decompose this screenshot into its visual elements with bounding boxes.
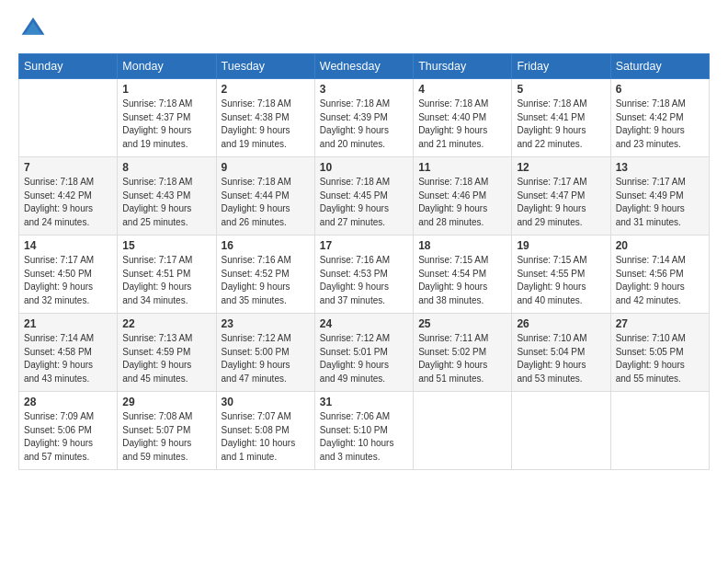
cell-content: Sunrise: 7:17 AM Sunset: 4:47 PM Dayligh… [517, 176, 605, 229]
cell-content: Sunrise: 7:18 AM Sunset: 4:44 PM Dayligh… [222, 176, 310, 229]
weekday-header: Wednesday [314, 54, 413, 79]
cell-content: Sunrise: 7:14 AM Sunset: 4:58 PM Dayligh… [24, 332, 112, 385]
day-number: 22 [122, 317, 210, 330]
calendar-cell: 19Sunrise: 7:15 AM Sunset: 4:55 PM Dayli… [512, 236, 610, 314]
cell-content: Sunrise: 7:18 AM Sunset: 4:46 PM Dayligh… [418, 176, 506, 229]
cell-content: Sunrise: 7:14 AM Sunset: 4:56 PM Dayligh… [616, 254, 704, 307]
calendar-cell: 17Sunrise: 7:16 AM Sunset: 4:53 PM Dayli… [314, 236, 413, 314]
page: SundayMondayTuesdayWednesdayThursdayFrid… [0, 0, 728, 479]
calendar-cell: 2Sunrise: 7:18 AM Sunset: 4:38 PM Daylig… [216, 79, 314, 157]
day-number: 31 [320, 396, 408, 408]
day-number: 18 [418, 239, 506, 252]
day-number: 27 [616, 317, 704, 330]
calendar-header-row: SundayMondayTuesdayWednesdayThursdayFrid… [19, 54, 710, 79]
weekday-header: Saturday [610, 54, 709, 79]
day-number: 28 [24, 396, 112, 408]
cell-content: Sunrise: 7:18 AM Sunset: 4:40 PM Dayligh… [418, 98, 506, 151]
day-number: 8 [122, 161, 210, 174]
day-number: 14 [24, 239, 112, 252]
weekday-header: Friday [512, 54, 610, 79]
calendar-week-row: 1Sunrise: 7:18 AM Sunset: 4:37 PM Daylig… [19, 79, 710, 157]
day-number: 7 [24, 161, 112, 174]
calendar-cell: 29Sunrise: 7:08 AM Sunset: 5:07 PM Dayli… [118, 392, 216, 470]
cell-content: Sunrise: 7:15 AM Sunset: 4:55 PM Dayligh… [517, 254, 605, 307]
calendar-table: SundayMondayTuesdayWednesdayThursdayFrid… [18, 53, 710, 470]
day-number: 16 [222, 239, 310, 252]
logo-icon [20, 15, 46, 40]
cell-content: Sunrise: 7:11 AM Sunset: 5:02 PM Dayligh… [418, 332, 506, 385]
calendar-cell: 8Sunrise: 7:18 AM Sunset: 4:43 PM Daylig… [118, 157, 216, 236]
logo [18, 15, 50, 44]
weekday-header: Tuesday [216, 54, 314, 79]
calendar-cell: 23Sunrise: 7:12 AM Sunset: 5:00 PM Dayli… [216, 314, 314, 392]
cell-content: Sunrise: 7:18 AM Sunset: 4:38 PM Dayligh… [222, 98, 310, 151]
calendar-cell: 31Sunrise: 7:06 AM Sunset: 5:10 PM Dayli… [314, 392, 413, 470]
day-number: 12 [517, 161, 605, 174]
cell-content: Sunrise: 7:08 AM Sunset: 5:07 PM Dayligh… [122, 410, 210, 464]
day-number: 1 [122, 83, 210, 96]
day-number: 4 [418, 83, 506, 96]
cell-content: Sunrise: 7:12 AM Sunset: 5:01 PM Dayligh… [320, 332, 408, 385]
calendar-cell: 13Sunrise: 7:17 AM Sunset: 4:49 PM Dayli… [610, 157, 709, 236]
calendar-cell: 5Sunrise: 7:18 AM Sunset: 4:41 PM Daylig… [512, 79, 610, 157]
calendar-week-row: 28Sunrise: 7:09 AM Sunset: 5:06 PM Dayli… [19, 392, 710, 470]
cell-content: Sunrise: 7:15 AM Sunset: 4:54 PM Dayligh… [418, 254, 506, 307]
calendar-cell [19, 79, 118, 157]
calendar-cell: 15Sunrise: 7:17 AM Sunset: 4:51 PM Dayli… [118, 236, 216, 314]
cell-content: Sunrise: 7:10 AM Sunset: 5:04 PM Dayligh… [517, 332, 605, 385]
calendar-cell: 25Sunrise: 7:11 AM Sunset: 5:02 PM Dayli… [414, 314, 512, 392]
day-number: 17 [320, 239, 408, 252]
day-number: 2 [222, 83, 310, 96]
calendar-cell: 12Sunrise: 7:17 AM Sunset: 4:47 PM Dayli… [512, 157, 610, 236]
calendar-cell [512, 392, 610, 470]
day-number: 25 [418, 317, 506, 330]
header [18, 15, 710, 44]
cell-content: Sunrise: 7:17 AM Sunset: 4:49 PM Dayligh… [616, 176, 704, 229]
calendar-cell: 11Sunrise: 7:18 AM Sunset: 4:46 PM Dayli… [414, 157, 512, 236]
calendar-cell: 27Sunrise: 7:10 AM Sunset: 5:05 PM Dayli… [610, 314, 709, 392]
calendar-cell [610, 392, 709, 470]
day-number: 6 [616, 83, 704, 96]
cell-content: Sunrise: 7:16 AM Sunset: 4:52 PM Dayligh… [222, 254, 310, 307]
calendar-cell: 14Sunrise: 7:17 AM Sunset: 4:50 PM Dayli… [19, 236, 118, 314]
calendar-cell: 4Sunrise: 7:18 AM Sunset: 4:40 PM Daylig… [414, 79, 512, 157]
cell-content: Sunrise: 7:18 AM Sunset: 4:43 PM Dayligh… [122, 176, 210, 229]
calendar-cell: 3Sunrise: 7:18 AM Sunset: 4:39 PM Daylig… [314, 79, 413, 157]
calendar-cell: 6Sunrise: 7:18 AM Sunset: 4:42 PM Daylig… [610, 79, 709, 157]
calendar-cell: 10Sunrise: 7:18 AM Sunset: 4:45 PM Dayli… [314, 157, 413, 236]
cell-content: Sunrise: 7:07 AM Sunset: 5:08 PM Dayligh… [222, 410, 310, 464]
calendar-cell: 28Sunrise: 7:09 AM Sunset: 5:06 PM Dayli… [19, 392, 118, 470]
cell-content: Sunrise: 7:10 AM Sunset: 5:05 PM Dayligh… [616, 332, 704, 385]
day-number: 21 [24, 317, 112, 330]
calendar-cell: 26Sunrise: 7:10 AM Sunset: 5:04 PM Dayli… [512, 314, 610, 392]
cell-content: Sunrise: 7:17 AM Sunset: 4:50 PM Dayligh… [24, 254, 112, 307]
calendar-cell: 7Sunrise: 7:18 AM Sunset: 4:42 PM Daylig… [19, 157, 118, 236]
cell-content: Sunrise: 7:18 AM Sunset: 4:45 PM Dayligh… [320, 176, 408, 229]
cell-content: Sunrise: 7:18 AM Sunset: 4:41 PM Dayligh… [517, 98, 605, 151]
day-number: 13 [616, 161, 704, 174]
calendar-cell: 30Sunrise: 7:07 AM Sunset: 5:08 PM Dayli… [216, 392, 314, 470]
day-number: 29 [122, 396, 210, 408]
calendar-week-row: 14Sunrise: 7:17 AM Sunset: 4:50 PM Dayli… [19, 236, 710, 314]
cell-content: Sunrise: 7:09 AM Sunset: 5:06 PM Dayligh… [24, 410, 112, 464]
weekday-header: Thursday [414, 54, 512, 79]
calendar-cell: 21Sunrise: 7:14 AM Sunset: 4:58 PM Dayli… [19, 314, 118, 392]
weekday-header: Monday [118, 54, 216, 79]
day-number: 26 [517, 317, 605, 330]
day-number: 10 [320, 161, 408, 174]
day-number: 24 [320, 317, 408, 330]
calendar-cell: 1Sunrise: 7:18 AM Sunset: 4:37 PM Daylig… [118, 79, 216, 157]
calendar-cell [414, 392, 512, 470]
calendar-cell: 9Sunrise: 7:18 AM Sunset: 4:44 PM Daylig… [216, 157, 314, 236]
day-number: 3 [320, 83, 408, 96]
cell-content: Sunrise: 7:18 AM Sunset: 4:42 PM Dayligh… [616, 98, 704, 151]
calendar-cell: 20Sunrise: 7:14 AM Sunset: 4:56 PM Dayli… [610, 236, 709, 314]
calendar-cell: 22Sunrise: 7:13 AM Sunset: 4:59 PM Dayli… [118, 314, 216, 392]
calendar-cell: 16Sunrise: 7:16 AM Sunset: 4:52 PM Dayli… [216, 236, 314, 314]
day-number: 19 [517, 239, 605, 252]
day-number: 30 [222, 396, 310, 408]
cell-content: Sunrise: 7:16 AM Sunset: 4:53 PM Dayligh… [320, 254, 408, 307]
calendar-cell: 18Sunrise: 7:15 AM Sunset: 4:54 PM Dayli… [414, 236, 512, 314]
cell-content: Sunrise: 7:13 AM Sunset: 4:59 PM Dayligh… [122, 332, 210, 385]
day-number: 5 [517, 83, 605, 96]
